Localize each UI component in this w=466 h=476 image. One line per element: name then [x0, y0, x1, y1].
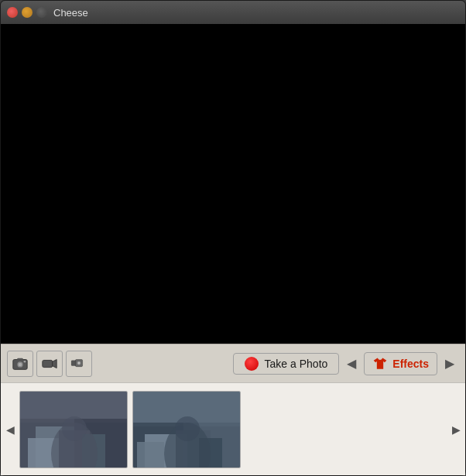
nav-right-button[interactable]: ▶: [440, 351, 459, 377]
gallery-thumb-2[interactable]: [132, 391, 241, 468]
right-arrow-icon: ▶: [445, 356, 454, 371]
take-photo-label: Take a Photo: [265, 358, 328, 370]
effects-icon: [372, 356, 388, 372]
nav-left-button[interactable]: ◀: [342, 351, 361, 377]
record-dot: [245, 357, 259, 371]
effects-label: Effects: [392, 358, 429, 370]
gallery: ◀ ▶: [1, 382, 465, 475]
effects-button[interactable]: Effects: [364, 352, 437, 375]
svg-rect-3: [17, 358, 22, 360]
left-arrow-icon: ◀: [347, 356, 356, 371]
minimize-button[interactable]: [22, 7, 33, 18]
photo-mode-button[interactable]: [7, 351, 33, 377]
svg-rect-4: [24, 361, 26, 362]
window-title: Cheese: [53, 7, 88, 19]
video-mode-button[interactable]: [36, 351, 63, 377]
gallery-scroll-left-button[interactable]: ◀: [4, 383, 16, 475]
gallery-thumb-1[interactable]: [19, 391, 128, 468]
burst-icon: [70, 355, 87, 372]
take-photo-button[interactable]: Take a Photo: [233, 353, 340, 375]
gallery-items: [16, 383, 450, 475]
camera-view: [1, 24, 465, 344]
maximize-button[interactable]: [36, 7, 47, 18]
video-icon: [41, 355, 58, 372]
burst-mode-button[interactable]: [66, 351, 92, 377]
main-window: Cheese: [0, 0, 466, 476]
svg-rect-5: [43, 360, 53, 367]
svg-marker-6: [53, 359, 57, 368]
toolbar: Take a Photo ◀ Effects ▶: [1, 344, 465, 382]
titlebar: Cheese: [1, 1, 465, 24]
close-button[interactable]: [7, 7, 18, 18]
camera-icon: [12, 355, 29, 372]
svg-point-10: [78, 361, 81, 364]
window-controls: [7, 7, 47, 18]
gallery-scroll-right-button[interactable]: ▶: [450, 383, 462, 475]
svg-point-2: [19, 362, 22, 366]
